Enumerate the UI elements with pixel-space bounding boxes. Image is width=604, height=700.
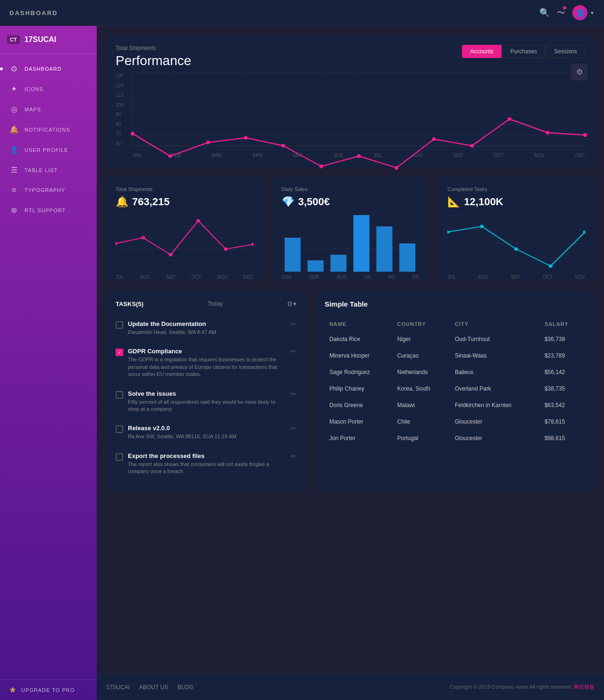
svg-point-14 (244, 136, 248, 140)
task-checkbox-update-docs[interactable] (116, 321, 123, 329)
task-name-export-files: Export the processed files (128, 452, 286, 459)
avatar: 👤 (572, 5, 587, 20)
user-profile-icon: 👤 (9, 145, 19, 154)
stat-label-tasks: Completed Tasks (447, 186, 585, 192)
footer-copyright: Copyright © 2019 Company name All rights… (450, 683, 595, 691)
shipments-x-labels: JULAUGSEPOCTNOVDEC (116, 275, 253, 280)
svg-point-33 (224, 248, 228, 251)
y-axis-labels: 130120110100 90807060 (116, 73, 130, 146)
sales-x-labels: USAGERAUSUKROBR (282, 275, 419, 280)
task-edit-update-docs[interactable]: ✏ (291, 320, 296, 328)
footer-link-blog[interactable]: BLOG (177, 684, 193, 691)
sidebar-item-icons[interactable]: ✦ ICONS (0, 79, 97, 99)
svg-point-21 (508, 117, 512, 121)
cell-city: Sinaai-Waas (450, 348, 540, 364)
cell-name: Philip Chaney (325, 381, 393, 397)
tab-purchases[interactable]: Purchases (503, 45, 545, 58)
maps-icon: ◎ (9, 105, 19, 114)
svg-point-30 (141, 236, 145, 240)
task-checkbox-export-files[interactable] (116, 453, 123, 461)
footer-copyright-link[interactable]: 网页模板 (574, 684, 595, 690)
sidebar-nav: ⊙ DASHBOARD ✦ ICONS ◎ MAPS 🔔 NOTIFICATIO… (0, 54, 97, 679)
table-header-row: NAME COUNTRY CITY SALARY (325, 317, 585, 331)
table-row: Dakota Rice Niger Oud-Turnhout $36,738 (325, 331, 585, 348)
task-edit-release-v200[interactable]: ✏ (291, 425, 296, 432)
sidebar-item-label-typography: TYPOGRAPHY (25, 187, 65, 193)
footer-link-brand[interactable]: 17SUCAI (106, 684, 130, 691)
sidebar-item-maps[interactable]: ◎ MAPS (0, 99, 97, 119)
tasks-icon: 📐 (447, 196, 460, 208)
cell-salary: $23,789 (540, 348, 585, 364)
stat-value-tasks: 📐 12,100K (447, 196, 585, 208)
svg-point-22 (545, 131, 549, 134)
icons-icon: ✦ (9, 84, 19, 93)
stat-card-sales: Daily Sales 💎 3,500€ (272, 177, 429, 281)
tab-sessions[interactable]: Sessions (546, 45, 585, 58)
svg-point-18 (394, 166, 398, 170)
footer-link-about[interactable]: ABOUT US (139, 684, 168, 691)
tasks-settings-icon[interactable]: ⚙▾ (287, 300, 296, 308)
sidebar-bottom: ⭐ UPGRADE TO PRO (0, 679, 97, 700)
task-item-gdpr: ✓ GDPR Compliance The GDPR is a regulati… (116, 342, 296, 384)
shipments-chart: JULAUGSEPOCTNOVDEC (116, 215, 253, 272)
task-content-export-files: Export the processed files The report al… (128, 452, 286, 475)
performance-header: Total Shipments Performance Accounts Pur… (116, 45, 585, 68)
table-row: Philip Chaney Korea, South Overland Park… (325, 381, 585, 397)
task-desc-release-v200: Ra Ave SW, Seattle, WA 98116, SUA 11:19 … (128, 433, 286, 440)
tasks-chart: JULAUGSEPOCTNOV (447, 215, 585, 272)
table-list-icon: ☰ (9, 166, 19, 175)
task-checkbox-gdpr[interactable]: ✓ (116, 349, 123, 356)
col-name: NAME (325, 317, 393, 331)
avatar-button[interactable]: 👤 ▼ (572, 5, 595, 20)
task-item-update-docs: Update the Documentation Dwuamish Head, … (116, 315, 296, 342)
sidebar-item-typography[interactable]: ≡ TYPOGRAPHY (0, 180, 97, 200)
performance-label: Total Shipments (116, 45, 191, 51)
task-edit-solve-issues[interactable]: ✏ (291, 390, 296, 398)
table-title: Simple Table (325, 300, 585, 308)
task-checkbox-solve-issues[interactable] (116, 391, 123, 399)
cell-city: Feldkirchen in Karnten (450, 397, 540, 414)
sidebar-item-notifications[interactable]: 🔔 NOTIFICATIONS (0, 119, 97, 140)
task-edit-gdpr[interactable]: ✏ (291, 348, 296, 355)
svg-point-53 (549, 265, 553, 268)
svg-point-32 (196, 219, 201, 223)
task-item-export-files: Export the processed files The report al… (116, 447, 296, 482)
cell-name: Mason Porter (325, 414, 393, 430)
sidebar-item-label-rtl-support: RTL SUPPORT (25, 208, 66, 213)
chart-area (132, 73, 585, 146)
upgrade-button[interactable]: ⭐ UPGRADE TO PRO (9, 687, 87, 693)
svg-rect-44 (376, 226, 392, 272)
table-body: Dakota Rice Niger Oud-Turnhout $36,738 M… (325, 331, 585, 447)
task-checkbox-release-v200[interactable] (116, 425, 123, 433)
cell-country: Korea, South (393, 381, 450, 397)
sales-chart: USAGERAUSUKROBR (282, 215, 419, 272)
sidebar-item-rtl-support[interactable]: ⊛ RTL SUPPORT (0, 200, 97, 220)
cell-salary: $38,735 (540, 381, 585, 397)
table-row: Sage Rodriguez Netherlands Baileux $56,1… (325, 364, 585, 381)
activity-icon[interactable]: 〜 (557, 7, 565, 18)
svg-rect-45 (399, 243, 415, 272)
sidebar: CT 17SUCAI ⊙ DASHBOARD ✦ ICONS ◎ MAPS 🔔 … (0, 26, 97, 700)
sidebar-item-user-profile[interactable]: 👤 USER PROFILE (0, 140, 97, 160)
search-icon[interactable]: 🔍 (539, 8, 550, 18)
sidebar-item-table-list[interactable]: ☰ TABLE LIST (0, 160, 97, 180)
upgrade-label: UPGRADE TO PRO (21, 687, 75, 693)
task-content-update-docs: Update the Documentation Dwuamish Head, … (128, 320, 286, 336)
main-content: Total Shipments Performance Accounts Pur… (97, 26, 604, 674)
avatar-chevron: ▼ (590, 10, 595, 16)
sidebar-item-dashboard[interactable]: ⊙ DASHBOARD (0, 58, 97, 79)
cell-salary: $36,738 (540, 331, 585, 348)
performance-line-chart (133, 73, 585, 146)
cell-salary: $78,615 (540, 414, 585, 430)
task-edit-export-files[interactable]: ✏ (291, 452, 296, 460)
task-name-update-docs: Update the Documentation (128, 320, 286, 327)
stat-label-sales: Daily Sales (282, 186, 419, 192)
svg-point-29 (116, 242, 117, 245)
layout: CT 17SUCAI ⊙ DASHBOARD ✦ ICONS ◎ MAPS 🔔 … (0, 26, 604, 674)
cell-city: Gloucester (450, 430, 540, 447)
table-row: Minerva Hooper Curaçao Sinaai-Waas $23,7… (325, 348, 585, 364)
svg-point-31 (168, 253, 173, 257)
cell-salary: $63,542 (540, 397, 585, 414)
table-row: Mason Porter Chile Gloucester $78,615 (325, 414, 585, 430)
tab-accounts[interactable]: Accounts (462, 45, 501, 58)
